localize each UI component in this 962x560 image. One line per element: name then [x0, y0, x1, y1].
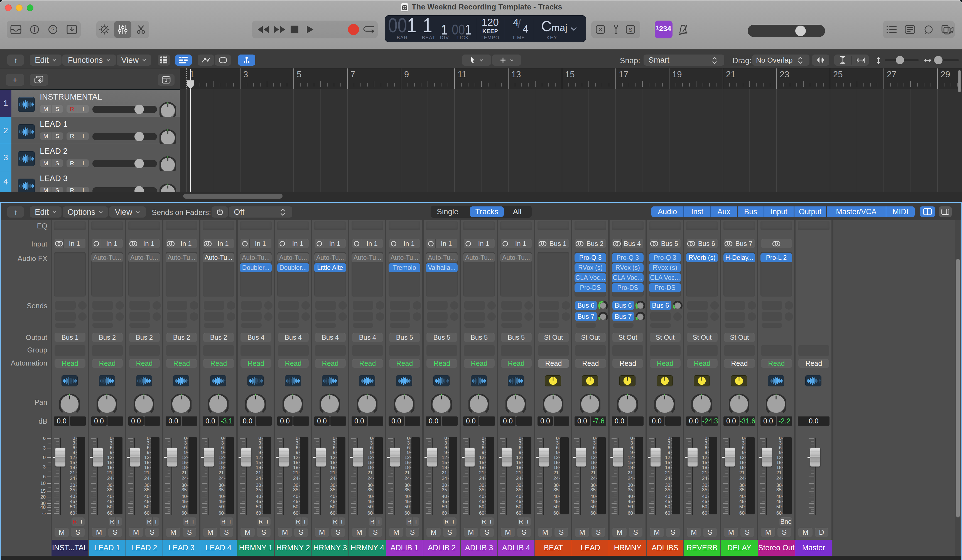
svg-text:12: 12 [442, 455, 447, 460]
svg-text:15: 15 [107, 460, 113, 465]
svg-text:50: 50 [591, 504, 596, 509]
svg-text:12: 12 [367, 455, 373, 460]
svg-text:45: 45 [554, 499, 558, 504]
svg-text:24: 24 [144, 476, 150, 481]
svg-text:40: 40 [628, 494, 633, 499]
svg-text:60: 60 [367, 510, 373, 516]
svg-text:40: 40 [70, 494, 75, 499]
svg-text:18: 18 [367, 465, 373, 470]
svg-text:60: 60 [665, 510, 670, 516]
svg-text:40: 40 [40, 505, 46, 510]
svg-text:35: 35 [367, 487, 373, 492]
svg-text:24: 24 [702, 476, 707, 481]
svg-text:50: 50 [554, 504, 558, 509]
svg-text:50: 50 [776, 504, 782, 509]
svg-text:15: 15 [181, 460, 187, 465]
svg-text:45: 45 [702, 499, 707, 504]
svg-text:60: 60 [442, 510, 447, 516]
svg-text:24: 24 [70, 476, 75, 481]
svg-text:21: 21 [479, 470, 484, 475]
svg-text:60: 60 [479, 510, 484, 516]
svg-text:21: 21 [702, 470, 707, 475]
svg-text:50: 50 [702, 504, 707, 509]
svg-text:9: 9 [742, 450, 745, 455]
svg-text:35: 35 [107, 487, 113, 492]
svg-text:10: 10 [40, 481, 46, 486]
svg-text:35: 35 [404, 487, 410, 492]
svg-text:35: 35 [442, 487, 447, 492]
svg-text:18: 18 [442, 465, 447, 470]
svg-text:20: 20 [40, 494, 46, 500]
svg-text:50: 50 [628, 504, 633, 509]
svg-text:24: 24 [479, 476, 484, 481]
svg-text:40: 40 [144, 494, 150, 499]
svg-text:60: 60 [404, 510, 410, 516]
svg-text:18: 18 [330, 465, 336, 470]
svg-text:15: 15 [70, 460, 75, 465]
svg-text:35: 35 [293, 487, 299, 492]
svg-text:35: 35 [144, 487, 150, 492]
svg-text:45: 45 [442, 499, 447, 504]
svg-text:60: 60 [702, 510, 707, 516]
svg-text:21: 21 [367, 470, 373, 475]
svg-text:24: 24 [367, 476, 373, 481]
svg-text:18: 18 [479, 465, 484, 470]
svg-text:21: 21 [665, 470, 670, 475]
svg-text:21: 21 [591, 470, 596, 475]
svg-text:21: 21 [442, 470, 447, 475]
svg-text:40: 40 [330, 494, 336, 499]
svg-text:12: 12 [256, 455, 261, 460]
svg-text:9: 9 [668, 450, 670, 455]
svg-text:12: 12 [70, 455, 75, 460]
svg-text:9: 9 [258, 450, 261, 455]
svg-text:45: 45 [479, 499, 484, 504]
svg-text:12: 12 [107, 455, 113, 460]
svg-text:60: 60 [330, 510, 336, 516]
svg-text:6: 6 [43, 437, 46, 441]
svg-text:15: 15 [702, 460, 707, 465]
svg-text:45: 45 [256, 499, 261, 504]
svg-text:40: 40 [479, 494, 484, 499]
svg-text:9: 9 [407, 450, 410, 455]
svg-text:9: 9 [184, 450, 187, 455]
svg-text:50: 50 [181, 504, 187, 509]
svg-text:50: 50 [665, 504, 670, 509]
svg-text:40: 40 [218, 494, 224, 499]
svg-text:45: 45 [591, 499, 596, 504]
svg-text:60: 60 [181, 510, 187, 516]
svg-text:15: 15 [330, 460, 336, 465]
svg-text:9: 9 [147, 450, 150, 455]
svg-text:35: 35 [218, 487, 224, 492]
svg-text:21: 21 [739, 470, 745, 475]
svg-text:40: 40 [181, 494, 187, 499]
svg-text:60: 60 [776, 510, 782, 516]
svg-text:24: 24 [776, 476, 782, 481]
svg-text:60: 60 [628, 510, 633, 516]
svg-text:35: 35 [516, 487, 521, 492]
svg-text:18: 18 [628, 465, 633, 470]
svg-text:18: 18 [776, 465, 782, 470]
svg-text:21: 21 [516, 470, 521, 475]
svg-text:35: 35 [628, 487, 633, 492]
svg-text:45: 45 [330, 499, 336, 504]
svg-text:21: 21 [107, 470, 113, 475]
svg-text:40: 40 [591, 494, 596, 499]
svg-text:24: 24 [181, 476, 187, 481]
svg-text:24: 24 [218, 476, 224, 481]
svg-text:35: 35 [70, 487, 75, 492]
svg-text:9: 9 [296, 450, 299, 455]
svg-text:21: 21 [70, 470, 75, 475]
svg-text:40: 40 [256, 494, 261, 499]
svg-text:60: 60 [591, 510, 596, 516]
svg-text:45: 45 [218, 499, 224, 504]
svg-text:21: 21 [628, 470, 633, 475]
svg-text:35: 35 [665, 487, 670, 492]
svg-text:45: 45 [181, 499, 187, 504]
svg-text:40: 40 [404, 494, 410, 499]
svg-text:9: 9 [482, 450, 484, 455]
svg-text:60: 60 [107, 510, 113, 516]
svg-text:50: 50 [107, 504, 113, 509]
svg-text:40: 40 [293, 494, 299, 499]
svg-text:35: 35 [702, 487, 707, 492]
svg-text:9: 9 [705, 450, 707, 455]
